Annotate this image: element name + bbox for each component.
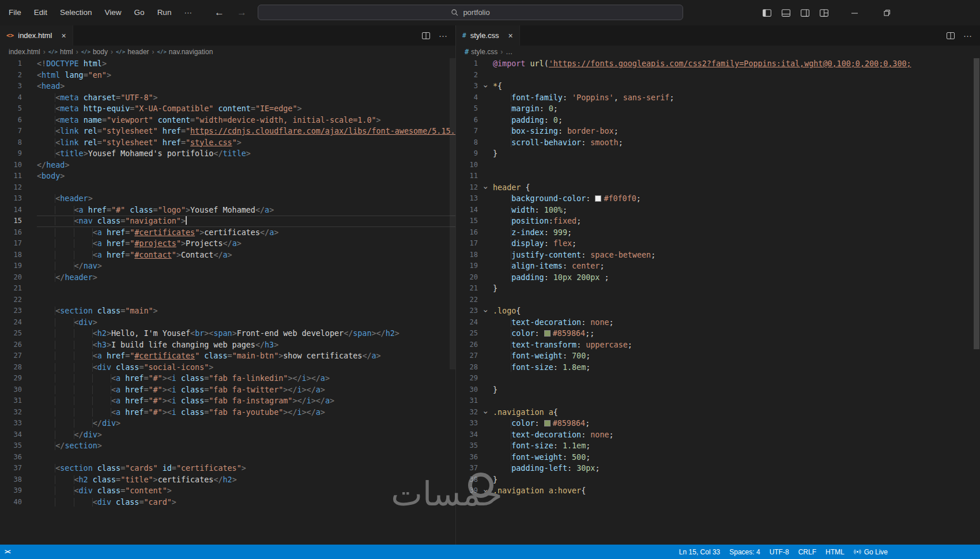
menu-selection[interactable]: Selection [54,5,99,21]
line-number[interactable]: 28 [456,362,478,373]
line-number[interactable]: 35 [456,440,478,452]
line-number[interactable]: 27 [0,350,22,362]
color-swatch[interactable] [544,420,551,426]
line-number[interactable]: 4 [456,92,478,104]
line-number[interactable]: 21 [0,283,22,294]
code-line[interactable]: 11<body> [0,171,455,182]
line-number[interactable]: 39 [456,485,478,497]
code-line[interactable]: 11 [456,171,980,182]
code-line[interactable]: 37 padding-left: 30px; [456,463,980,474]
line-number[interactable]: 38 [456,474,478,486]
vertical-scrollbar[interactable] [450,58,455,369]
line-number[interactable]: 31 [456,395,478,407]
line-number[interactable]: 24 [456,317,478,328]
line-number[interactable]: 29 [456,373,478,384]
code-line[interactable]: 29 <a href="#"><i class="fab fa-linkedin… [0,373,455,384]
code-line[interactable]: 20 padding: 10px 200px ; [456,272,980,284]
code-line[interactable]: 25 <h2>Hello, I'm Yousef<br><span>Front-… [0,328,455,339]
code-line[interactable]: 30 <a href="#"><i class="fab fa-twitter"… [0,384,455,396]
code-line[interactable]: 38 <h2 class="title">certificates</h2> [0,474,455,486]
code-line[interactable]: 8 <link rel="stylesheet" href="style.css… [0,137,455,149]
code-line[interactable]: 17 display: flex; [456,238,980,250]
code-line[interactable]: 21 [0,283,455,294]
breadcrumb-item[interactable]: </>body [81,48,108,56]
code-line[interactable]: 14 width: 100%; [456,205,980,216]
toggle-secondary-sidebar-icon[interactable] [800,8,810,18]
code-line[interactable]: 9} [456,148,980,160]
line-number[interactable]: 10 [456,160,478,171]
line-number[interactable]: 6 [0,115,22,126]
status-indentation[interactable]: Spaces: 4 [725,548,764,556]
line-number[interactable]: 15 [456,216,478,227]
breadcrumb-item[interactable]: </>nav.navigation [157,48,213,56]
line-number[interactable]: 19 [0,260,22,272]
code-line[interactable]: 21} [456,283,980,294]
line-number[interactable]: 15 [0,216,22,227]
line-number[interactable]: 9 [0,148,22,160]
color-swatch[interactable] [544,330,551,337]
close-tab-icon[interactable]: × [508,31,512,40]
code-line[interactable]: 30} [456,384,980,396]
line-number[interactable]: 18 [0,250,22,261]
code-line[interactable]: 13 <header> [0,193,455,205]
breadcrumb-item[interactable]: index.html [9,48,40,56]
line-number[interactable]: 6 [456,115,478,126]
code-line[interactable]: 13 background-color: #f0f0f0; [456,193,980,205]
code-line[interactable]: 37 <section class="cards" id="certificat… [0,463,455,474]
code-line[interactable]: 14 <a href="#" class="logo">Yousef Moham… [0,205,455,216]
code-line[interactable]: 2 [456,70,980,81]
line-number[interactable]: 34 [456,429,478,441]
fold-chevron-icon[interactable]: › [478,182,493,194]
line-number[interactable]: 5 [456,103,478,115]
line-number[interactable]: 7 [456,126,478,137]
line-number[interactable]: 31 [0,395,22,407]
code-line[interactable]: 4 font-family: 'Poppins', sans-serif; [456,92,980,104]
fold-chevron-icon[interactable]: › [478,407,493,418]
line-number[interactable]: 37 [0,463,22,474]
code-line[interactable]: 32 <a href="#"><i class="fab fa-youtube"… [0,407,455,418]
line-number[interactable]: 11 [456,171,478,182]
code-line[interactable]: 9 <title>Yousef Mohamed's portifolio</ti… [0,148,455,160]
line-number[interactable]: 20 [456,272,478,284]
breadcrumb-item[interactable]: … [506,48,512,56]
minimize-button[interactable] [843,0,866,25]
line-number[interactable]: 30 [0,384,22,396]
fold-chevron-icon[interactable]: › [478,485,493,497]
code-line[interactable]: 36 [0,452,455,463]
line-number[interactable]: 13 [0,193,22,205]
status-language-mode[interactable]: HTML [821,548,849,556]
line-number[interactable]: 10 [0,160,22,171]
code-line[interactable]: 27 <a href="#certificates" class="main-b… [0,350,455,362]
remote-indicator-icon[interactable]: >< [5,549,10,555]
code-line[interactable]: 2<html lang="en"> [0,70,455,81]
menu-edit[interactable]: Edit [28,5,54,21]
code-line[interactable]: 19 align-items: center; [456,260,980,272]
line-number[interactable]: 27 [456,350,478,362]
code-line[interactable]: 1@import url('https://fonts.googleapis.c… [456,58,980,70]
code-line[interactable]: 25 color: #859864;; [456,328,980,339]
line-number[interactable]: 32 [0,407,22,418]
line-number[interactable]: 24 [0,317,22,328]
command-center-search[interactable]: portfolio [258,5,683,20]
code-line[interactable]: 23 <section class="main"> [0,305,455,317]
line-number[interactable]: 12 [0,182,22,194]
split-editor-icon[interactable] [946,31,955,40]
code-line[interactable]: 24 <div> [0,317,455,328]
tab-style-css[interactable]: # style.css × [456,25,520,46]
menu-file[interactable]: File [2,5,28,21]
line-number[interactable]: 36 [456,452,478,463]
code-line[interactable]: 3›*{ [456,81,980,92]
line-number[interactable]: 7 [0,126,22,137]
code-line[interactable]: 29 [456,373,980,384]
code-line[interactable]: 15 <nav class="navigation"> [0,216,455,227]
code-line[interactable]: 35 </section> [0,440,455,452]
code-line[interactable]: 34 </div> [0,429,455,441]
line-number[interactable]: 16 [0,227,22,239]
code-line[interactable]: 38} [456,474,980,486]
code-line[interactable]: 28 font-size: 1.8em; [456,362,980,373]
line-number[interactable]: 26 [0,339,22,351]
menu-go[interactable]: Go [128,5,151,21]
vertical-scrollbar[interactable] [974,58,979,349]
line-number[interactable]: 26 [456,339,478,351]
code-line[interactable]: 6 padding: 0; [456,115,980,126]
